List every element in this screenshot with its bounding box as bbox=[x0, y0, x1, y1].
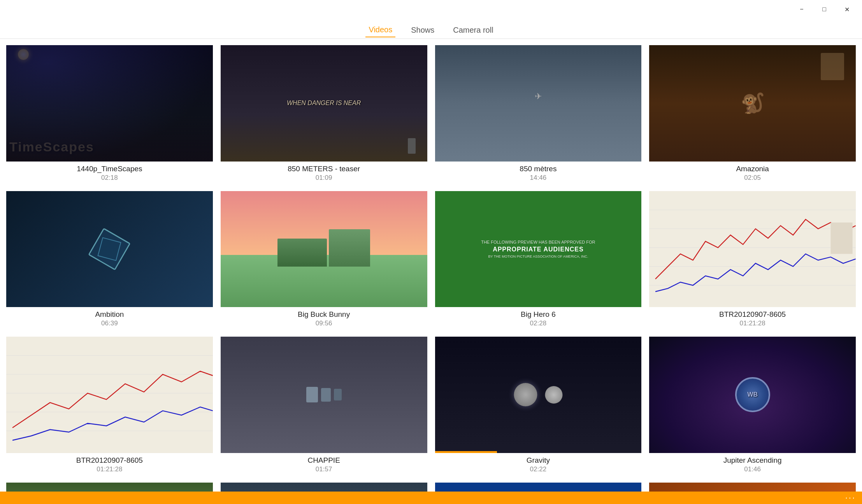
list-item[interactable]: Gravity 02:22 bbox=[435, 337, 642, 473]
video-grid: TimeScapes 1440p_TimeScapes 02:18 WHEN D… bbox=[6, 45, 856, 492]
bottom-bar: ··· bbox=[0, 492, 862, 504]
video-title: 850 mètres bbox=[520, 165, 557, 173]
video-thumbnail bbox=[221, 483, 427, 492]
video-thumbnail: ✈ bbox=[435, 45, 642, 162]
content-area: TimeScapes 1440p_TimeScapes 02:18 WHEN D… bbox=[0, 39, 862, 492]
video-title: 850 METERS - teaser bbox=[288, 165, 360, 173]
more-options-dots[interactable]: ··· bbox=[845, 493, 856, 503]
list-item[interactable]: WB Jupiter Ascending 01:46 bbox=[649, 337, 856, 473]
video-duration: 09:56 bbox=[316, 320, 332, 327]
video-thumbnail bbox=[6, 337, 213, 453]
title-bar: − □ ✕ bbox=[0, 0, 862, 19]
list-item[interactable] bbox=[221, 483, 427, 492]
minimize-button[interactable]: − bbox=[793, 3, 811, 16]
video-title: Gravity bbox=[527, 456, 550, 465]
video-duration: 01:21:28 bbox=[97, 465, 122, 473]
video-thumbnail: oulli bbox=[649, 483, 856, 492]
video-title: Ambition bbox=[95, 310, 124, 319]
svg-rect-11 bbox=[6, 337, 213, 453]
video-title: 1440p_TimeScapes bbox=[77, 165, 142, 173]
video-thumbnail bbox=[435, 337, 642, 453]
video-thumbnail bbox=[221, 191, 427, 307]
svg-rect-10 bbox=[831, 222, 853, 254]
tab-videos[interactable]: Videos bbox=[365, 23, 395, 37]
video-title: Big Hero 6 bbox=[521, 310, 556, 319]
video-title: BTR20120907-8605 bbox=[719, 310, 786, 319]
video-thumbnail bbox=[221, 337, 427, 453]
video-thumbnail: 🐒 bbox=[649, 45, 856, 162]
video-duration: 01:46 bbox=[744, 465, 761, 473]
video-title: Big Buck Bunny bbox=[298, 310, 350, 319]
video-title: Jupiter Ascending bbox=[723, 456, 782, 465]
video-title: Amazonia bbox=[736, 165, 769, 173]
video-thumbnail: WB bbox=[649, 337, 856, 453]
video-thumbnail bbox=[6, 483, 213, 492]
list-item[interactable]: BTR20120907-8605 01:21:28 bbox=[6, 337, 213, 473]
video-thumbnail: WHEN DANGER IS NEAR bbox=[221, 45, 427, 162]
restore-button[interactable]: □ bbox=[815, 3, 833, 16]
list-item[interactable]: Ambition 06:39 bbox=[6, 191, 213, 328]
video-duration: 02:22 bbox=[530, 465, 547, 473]
list-item[interactable]: WHEN DANGER IS NEAR 850 METERS - teaser … bbox=[221, 45, 427, 182]
close-button[interactable]: ✕ bbox=[838, 3, 856, 16]
list-item[interactable]: THE FOLLOWING PREVIEW HAS BEEN APPROVED … bbox=[435, 191, 642, 328]
svg-rect-4 bbox=[649, 191, 856, 307]
list-item[interactable]: TimeScapes 1440p_TimeScapes 02:18 bbox=[6, 45, 213, 182]
list-item[interactable]: oulli bbox=[435, 483, 642, 492]
video-thumbnail bbox=[649, 191, 856, 307]
sub-tabs: Videos Shows Camera roll bbox=[0, 22, 862, 39]
video-thumbnail: oulli bbox=[435, 483, 642, 492]
video-thumbnail bbox=[6, 191, 213, 307]
video-duration: 06:39 bbox=[101, 320, 118, 327]
video-duration: 14:46 bbox=[530, 174, 547, 182]
video-thumbnail: TimeScapes bbox=[6, 45, 213, 162]
video-duration: 02:05 bbox=[744, 174, 761, 182]
title-bar-controls: − □ ✕ bbox=[793, 3, 856, 16]
list-item[interactable]: BTR20120907-8605 01:21:28 bbox=[649, 191, 856, 328]
video-duration: 02:18 bbox=[101, 174, 118, 182]
video-thumbnail: THE FOLLOWING PREVIEW HAS BEEN APPROVED … bbox=[435, 191, 642, 307]
list-item[interactable]: 🐒 Amazonia 02:05 bbox=[649, 45, 856, 182]
list-item[interactable]: CHAPPIE 01:57 bbox=[221, 337, 427, 473]
tab-camera-roll[interactable]: Camera roll bbox=[450, 23, 496, 37]
list-item[interactable]: Big Buck Bunny 09:56 bbox=[221, 191, 427, 328]
video-duration: 01:09 bbox=[316, 174, 332, 182]
video-duration: 01:57 bbox=[316, 465, 332, 473]
video-title: CHAPPIE bbox=[307, 456, 340, 465]
video-title: BTR20120907-8605 bbox=[76, 456, 143, 465]
list-item[interactable]: oulli bbox=[649, 483, 856, 492]
video-duration: 01:21:28 bbox=[740, 320, 765, 327]
list-item[interactable]: ✈ 850 mètres 14:46 bbox=[435, 45, 642, 182]
list-item[interactable] bbox=[6, 483, 213, 492]
tab-shows[interactable]: Shows bbox=[408, 23, 437, 37]
video-duration: 02:28 bbox=[530, 320, 547, 327]
